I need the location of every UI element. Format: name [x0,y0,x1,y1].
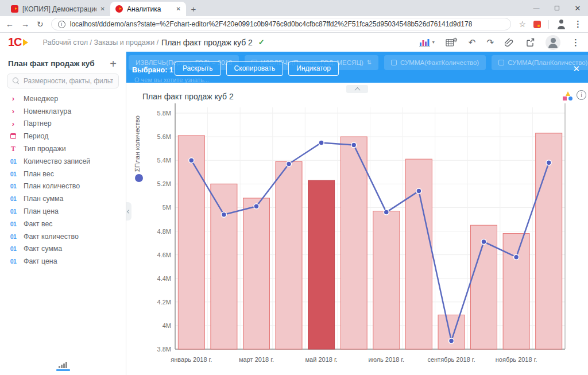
line-point-июль 2018 г.[interactable] [384,210,389,215]
sidebar-item-8[interactable]: 01План количество [0,180,126,193]
bookmark-star-icon[interactable]: ☆ [519,20,526,29]
bar-ноябрь 2018 г.[interactable] [503,234,529,349]
sidebar-item-9[interactable]: 01План сумма [0,192,126,205]
chart-type-dropdown[interactable]: ▾ [419,38,435,47]
divider [548,20,549,29]
line-point-сентябрь 2018 г.[interactable] [449,338,454,343]
line-point-июнь 2018 г.[interactable] [351,142,357,148]
chevron-left-icon [127,209,131,213]
bar-май 2018 г.[interactable] [308,180,335,349]
bar-март 2018 г.[interactable] [243,198,270,349]
sidebar-item-label: Партнер [24,119,52,127]
bar-январь 2018 г.[interactable] [178,136,204,349]
back-icon[interactable]: ← [6,20,14,29]
new-tab-button[interactable]: + [186,2,201,16]
y-axis-label: ΣПлан количество [134,115,141,172]
sidebar-item-13[interactable]: 01Факт сумма [0,243,126,256]
collapse-panel-button[interactable] [346,85,368,93]
line-point-март 2018 г.[interactable] [254,204,259,209]
window-minimize-button[interactable]: — [526,0,547,16]
more-menu-icon[interactable]: ⋮ [571,37,580,48]
search-input[interactable] [24,77,113,85]
copy-button[interactable]: Скопировать [226,61,284,76]
info-icon[interactable]: i [577,90,586,100]
line-point-октябрь 2018 г.[interactable] [481,239,486,245]
browser-menu-icon[interactable]: ⋮ [574,19,582,29]
y-tick-label: 5.4M [157,157,171,164]
window-maximize-button[interactable] [547,0,567,16]
bar-август 2018 г.[interactable] [405,159,432,349]
add-field-button[interactable]: + [110,60,117,68]
sidebar-item-3[interactable]: ›Партнер [0,118,126,130]
sidebar-item-6[interactable]: 01Количество записей [0,155,126,168]
line-point-январь 2018 г.[interactable] [189,158,194,163]
bar-июнь 2018 г.[interactable] [341,137,367,349]
measure-field-icon: 01 [10,245,17,252]
bar-июль 2018 г.[interactable] [373,211,400,349]
sidebar-collapse-handle[interactable] [126,202,131,221]
window-close-button[interactable]: ✕ [567,0,588,16]
chart-visual-settings-icon[interactable] [563,91,573,100]
line-point-декабрь 2018 г.[interactable] [546,160,551,165]
close-selection-icon[interactable]: ✕ [572,64,580,74]
sidebar-bottom-tab[interactable] [0,358,126,375]
url-text[interactable]: localhost/dddemo/ans?state=%2Fchart-edit… [70,20,473,28]
line-point-ноябрь 2018 г.[interactable] [514,254,519,260]
x-tick-label: март 2018 г. [239,356,274,363]
tab-close-icon[interactable]: ✕ [100,6,105,12]
chart-title: План факт продаж куб 2 [142,92,234,101]
open-external-icon[interactable] [525,38,535,47]
sidebar-item-12[interactable]: 01Факт количество [0,230,126,243]
tab-close-icon[interactable]: ✕ [176,6,181,12]
1c-logo[interactable]: 1С [8,36,28,49]
selection-actions: Раскрыть Скопировать Индикатор [175,61,339,76]
forward-icon[interactable]: → [21,20,29,29]
browser-tab-demo-base[interactable]: [КОПИЯ] Демонстрационная ба ✕ [6,2,110,16]
sidebar-item-14[interactable]: 01Факт цена [0,255,126,268]
sidebar-item-label: Номенклатура [24,107,71,115]
measure-field-icon: 01 [10,208,17,215]
link-icon[interactable] [505,38,514,47]
measure-field-icon: 01 [10,183,17,190]
measure-field-icon: 01 [10,195,17,202]
series-legend-dot[interactable] [135,174,143,182]
y-tick-label: 4M [163,322,171,329]
line-point-август 2018 г.[interactable] [416,188,421,194]
1c-extension-icon[interactable] [533,21,541,28]
bar-сентябрь 2018 г.[interactable] [438,315,465,349]
sidebar-item-10[interactable]: 01План цена [0,205,126,218]
drill-down-button[interactable]: Раскрыть [175,61,221,76]
app-header: 1С Рабочий стол / Заказы и продажи / Пла… [0,33,588,52]
breadcrumb-current: План факт продаж куб 2 [161,38,253,47]
browser-profile-icon[interactable] [556,20,566,29]
chip-field-icon [391,60,397,65]
indicator-button[interactable]: Индикатор [288,61,339,76]
redo-icon[interactable]: ↷ [486,37,494,48]
site-info-icon[interactable]: i [58,21,65,28]
line-point-апрель 2018 г.[interactable] [287,161,292,167]
reload-icon[interactable]: ↻ [37,20,44,29]
sidebar-item-11[interactable]: 01Факт вес [0,218,126,230]
chip-sum-fact-qty[interactable]: СУММА(ФактКоличество) [384,55,486,70]
sidebar-item-2[interactable]: ›Номенклатура [0,105,126,118]
url-bar[interactable]: i localhost/dddemo/ans?state=%2Fchart-ed… [51,18,512,30]
sidebar-item-5[interactable]: ТТип продажи [0,142,126,155]
fields-search[interactable] [7,74,119,88]
measure-field-icon: 01 [10,221,17,227]
browser-tab-analytics[interactable]: Аналитика ✕ [110,2,186,16]
measure-field-icon: 01 [10,258,17,265]
sidebar-item-7[interactable]: 01План вес [0,168,126,180]
window-controls: — ✕ [526,0,588,16]
undo-icon[interactable]: ↶ [469,37,476,48]
sidebar-item-1[interactable]: ›Менеджер [0,92,126,105]
bar-февраль 2018 г.[interactable] [211,184,237,349]
breadcrumb[interactable]: Рабочий стол / Заказы и продажи / [43,38,159,47]
sidebar-item-4[interactable]: Период [0,130,126,142]
bar-апрель 2018 г.[interactable] [276,161,302,349]
line-point-февраль 2018 г.[interactable] [221,212,226,217]
user-avatar[interactable] [546,35,560,50]
table-settings-icon[interactable] [446,37,458,47]
screen: [КОПИЯ] Демонстрационная ба ✕ Аналитика … [0,0,588,375]
line-point-май 2018 г.[interactable] [319,140,324,145]
query-search-hint: О чем вы хотите узнать... [134,76,209,83]
